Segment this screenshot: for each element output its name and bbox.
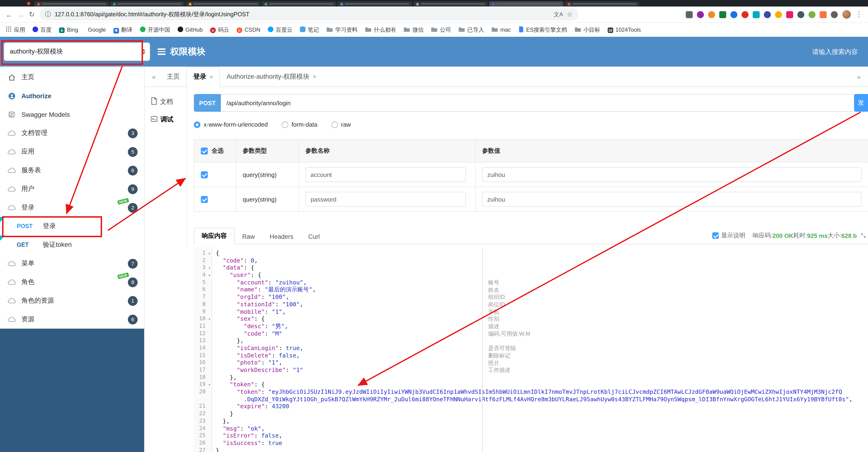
bookmark-item[interactable]: 101024Tools xyxy=(608,27,641,33)
extension-icon[interactable] xyxy=(742,11,748,18)
send-button[interactable]: 发 xyxy=(854,94,868,112)
select-all-checkbox[interactable] xyxy=(201,147,208,154)
translate-icon[interactable]: 文A xyxy=(554,10,563,19)
extension-icon[interactable] xyxy=(808,11,815,18)
param-name-input[interactable]: password xyxy=(305,192,466,207)
extension-icon[interactable] xyxy=(764,11,771,18)
content-tab[interactable]: 登录× xyxy=(186,66,220,87)
radio-icon[interactable] xyxy=(282,121,288,128)
bookmark-item[interactable]: 小目标 xyxy=(575,26,600,34)
content-tab[interactable]: 主页 xyxy=(160,67,186,86)
bookmark-item[interactable]: 公司 xyxy=(431,26,451,34)
bookmark-item[interactable]: Google xyxy=(86,27,106,33)
fold-caret-icon[interactable]: ▾ xyxy=(208,250,211,257)
bookmark-item[interactable]: bBing xyxy=(59,27,78,33)
close-icon[interactable]: × xyxy=(313,73,316,80)
reload-icon[interactable]: ↻ xyxy=(29,10,35,19)
show-description-toggle[interactable]: 显示说明 xyxy=(712,231,745,240)
content-type-option[interactable]: x-www-form-urlencoded xyxy=(194,121,268,128)
chevron-left-icon[interactable]: « xyxy=(147,73,160,80)
extension-icon[interactable] xyxy=(719,11,726,18)
sidebar-item[interactable]: Authorize xyxy=(0,87,144,105)
request-url-input[interactable]: /api/authority/anno/login xyxy=(221,94,856,112)
extension-icon[interactable] xyxy=(731,11,737,18)
extension-icon[interactable] xyxy=(753,11,760,18)
profile-avatar[interactable] xyxy=(842,10,851,19)
content-type-option[interactable]: raw xyxy=(331,121,351,128)
bookmark-item[interactable]: G码云 xyxy=(210,26,229,34)
browser-tab[interactable] xyxy=(565,1,639,6)
sidebar-item[interactable]: 菜单7 xyxy=(0,254,144,273)
address-bar[interactable]: ⓘ 127.0.0.1:8760/api/gate/doc.html#/auth… xyxy=(39,8,578,21)
browser-tab[interactable] xyxy=(110,1,185,6)
search-input[interactable] xyxy=(754,48,859,56)
browser-tab[interactable] xyxy=(338,1,412,6)
row-checkbox[interactable] xyxy=(201,196,208,203)
extension-icon[interactable] xyxy=(820,11,827,18)
bookmark-item[interactable]: 译翻译 xyxy=(113,26,132,34)
module-select[interactable]: authority-权限模块 xyxy=(4,43,150,61)
browser-tab[interactable] xyxy=(262,1,336,6)
bookmark-item[interactable]: 百度 xyxy=(33,26,52,34)
sidebar-item[interactable]: 应用5 xyxy=(0,142,144,161)
extension-icon[interactable] xyxy=(775,11,782,18)
content-tab[interactable]: Authorize-authority-权限模块× xyxy=(220,67,323,86)
response-tab[interactable]: 响应内容 xyxy=(194,228,235,245)
bookmark-item[interactable]: 学习资料 xyxy=(327,26,358,34)
fold-caret-icon[interactable]: ▾ xyxy=(208,316,211,323)
sidebar-item[interactable]: 角色NEW8 xyxy=(0,273,144,291)
param-name-input[interactable]: account xyxy=(305,167,466,182)
browser-tab[interactable] xyxy=(413,1,488,6)
bookmark-item[interactable]: ES搜索引擎文档 xyxy=(518,26,567,34)
param-value-input[interactable]: zuihou xyxy=(482,167,862,182)
back-icon[interactable]: ← xyxy=(6,10,12,19)
forward-icon[interactable]: → xyxy=(17,10,24,19)
sidebar-item[interactable]: 主页 xyxy=(0,68,144,87)
browser-menu-icon[interactable]: ⋮ xyxy=(856,10,862,19)
param-value-input[interactable]: zuihou xyxy=(482,192,862,207)
site-info-icon[interactable]: ⓘ xyxy=(45,10,51,19)
radio-icon[interactable] xyxy=(194,121,200,128)
bookmark-item[interactable]: 微信 xyxy=(404,26,424,34)
browser-tab[interactable] xyxy=(489,1,563,6)
fullscreen-icon[interactable] xyxy=(861,233,866,238)
menu-toggle-icon[interactable] xyxy=(158,49,165,55)
sidebar-endpoint-post[interactable]: POST登录 xyxy=(0,217,144,235)
sidebar-item[interactable]: 文档管理3 xyxy=(0,124,144,142)
apps-shortcut[interactable]: 应用 xyxy=(6,26,25,34)
response-tab[interactable]: Headers xyxy=(262,229,301,244)
show-description-checkbox[interactable] xyxy=(712,232,719,239)
extension-icon[interactable] xyxy=(786,11,793,18)
sidebar-item[interactable]: 资源6 xyxy=(0,310,144,329)
browser-tab[interactable] xyxy=(186,1,260,6)
bookmark-item[interactable]: GitHub xyxy=(177,26,203,33)
sidebar-item[interactable]: 用户9 xyxy=(0,180,144,198)
sidebar-item[interactable]: 角色的资源1 xyxy=(0,291,144,310)
content-type-option[interactable]: form-data xyxy=(282,121,317,128)
bookmark-item[interactable]: 什么都有 xyxy=(365,26,396,34)
close-icon[interactable]: × xyxy=(210,73,213,80)
fold-caret-icon[interactable]: ▾ xyxy=(208,272,211,279)
bookmark-item[interactable]: CCSDN xyxy=(237,27,260,33)
extension-icon[interactable] xyxy=(697,11,704,18)
bookmark-item[interactable]: 开源中国 xyxy=(140,26,170,34)
bookmark-item[interactable]: 百度云 xyxy=(268,26,292,34)
radio-icon[interactable] xyxy=(331,121,338,128)
extension-icon[interactable] xyxy=(686,11,693,18)
nav-tab-debug[interactable]: 调试 xyxy=(145,111,186,129)
bookmark-item[interactable]: 已导入 xyxy=(458,26,484,34)
sidebar-item[interactable]: 登录NEW2 xyxy=(0,198,144,217)
chevron-right-icon[interactable]: » xyxy=(852,73,865,80)
extension-icon[interactable] xyxy=(797,11,804,18)
fold-caret-icon[interactable]: ▾ xyxy=(208,382,211,389)
extension-icon[interactable] xyxy=(708,11,715,18)
bookmark-star-icon[interactable]: ☆ xyxy=(567,11,572,18)
sidebar-item[interactable]: Swagger Models xyxy=(0,105,144,124)
bookmark-item[interactable]: mac xyxy=(491,26,511,33)
fold-caret-icon[interactable]: ▾ xyxy=(208,265,211,272)
nav-tab-doc[interactable]: 文档 xyxy=(145,93,186,111)
response-tab[interactable]: Curl xyxy=(301,229,327,244)
extension-icon[interactable] xyxy=(831,11,838,18)
bookmark-item[interactable]: 笔记 xyxy=(300,26,319,34)
browser-tab[interactable] xyxy=(34,1,109,6)
